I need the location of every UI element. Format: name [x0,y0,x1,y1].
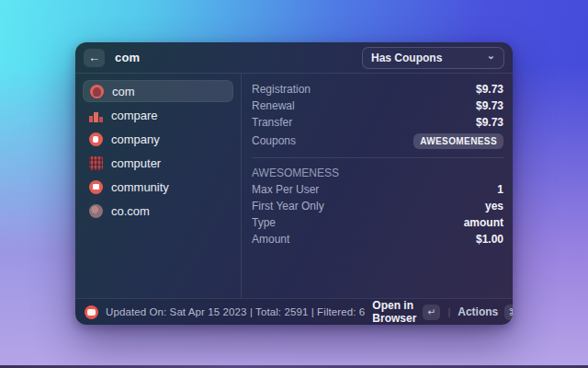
detail-row-value: $1.00 [476,233,503,246]
command-key-icon: ⌘ [504,305,513,320]
detail-row: Transfer $9.73 [252,114,503,131]
tld-favicon-icon [90,85,104,98]
detail-row-label: Transfer [252,116,292,129]
tld-favicon-icon [89,132,103,146]
filter-dropdown[interactable]: Has Coupons ⌄ [362,47,504,69]
detail-row: Max Per User 1 [252,181,503,198]
detail-row-label: Coupons [252,134,296,147]
detail-row-label: Renewal [252,99,295,112]
tld-favicon-icon [89,180,103,194]
chevron-down-icon: ⌄ [487,51,495,61]
list-item-label: com [112,85,135,98]
back-button[interactable]: ← [84,49,105,67]
list-item-label: company [111,132,160,146]
detail-row: Type amount [252,214,503,231]
open-in-browser-button[interactable]: Open in Browser [372,299,416,325]
detail-row-label: Max Per User [252,183,319,196]
detail-row-value: yes [485,200,503,213]
detail-row: Renewal $9.73 [252,98,503,114]
list-item[interactable]: computer [83,152,233,174]
coupon-rows: Max Per User 1 First Year Only yes Type … [252,181,503,247]
tld-list: com compare company computer [75,74,241,298]
list-item[interactable]: community [83,176,233,198]
detail-row-label: Amount [252,233,289,246]
detail-row-value: amount [464,216,503,229]
search-query-title: com [115,51,140,64]
detail-row-value: $9.73 [476,83,503,96]
list-item[interactable]: co.com [83,200,233,222]
tld-favicon-icon [89,109,103,122]
footer-bar: Updated On: Sat Apr 15 2023 | Total: 259… [75,298,513,325]
detail-row-value: $9.73 [476,99,503,112]
pricing-rows: Registration $9.73 Renewal $9.73 Transfe… [252,81,503,151]
footer-separator: | [447,306,451,317]
detail-row-label: First Year Only [252,200,324,213]
tld-favicon-icon [89,204,103,218]
filter-dropdown-value: Has Coupons [371,52,442,64]
detail-row-value: 1 [497,183,503,196]
detail-row-value: $9.73 [476,116,503,129]
detail-row-value: AWESOMENESS [413,133,503,149]
window-header: ← com Has Coupons ⌄ [75,42,513,73]
app-window: ← com Has Coupons ⌄ com compare [75,42,513,325]
footer-actions: Open in Browser ↵ | Actions ⌘ K [372,299,513,325]
list-item-label: community [111,180,169,194]
detail-row-label: Type [252,216,276,229]
coupon-section-header: AWESOMENESS [252,165,503,181]
list-item[interactable]: com [83,80,233,102]
list-item-label: computer [111,156,161,170]
actions-menu-button[interactable]: Actions [458,305,498,318]
return-key-icon: ↵ [423,305,440,320]
list-item-label: compare [111,109,158,122]
list-item-label: co.com [111,204,150,218]
detail-row: First Year Only yes [252,198,503,214]
detail-row: Registration $9.73 [252,81,503,98]
detail-pane: Registration $9.73 Renewal $9.73 Transfe… [242,74,513,298]
window-body: com compare company computer [75,74,513,298]
tld-favicon-icon [89,156,103,170]
list-item[interactable]: compare [83,104,233,126]
extension-app-icon [85,305,98,319]
detail-row-label: Registration [252,83,311,96]
status-text: Updated On: Sat Apr 15 2023 | Total: 259… [106,306,365,317]
list-item[interactable]: company [83,128,233,150]
detail-row: Amount $1.00 [252,231,503,247]
section-divider [252,157,503,158]
detail-row: Coupons AWESOMENESS [252,131,503,151]
back-arrow-icon: ← [88,51,100,64]
